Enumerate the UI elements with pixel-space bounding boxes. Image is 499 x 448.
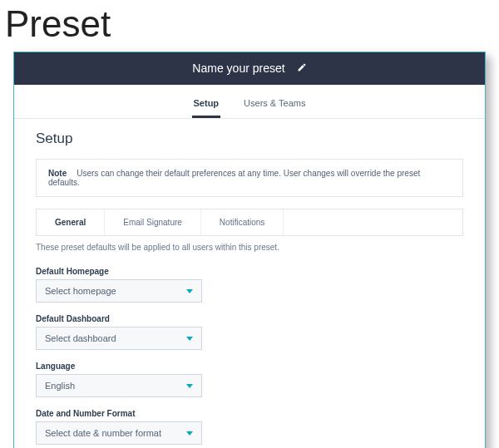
- chevron-down-icon: [186, 431, 193, 436]
- chevron-down-icon: [186, 337, 193, 341]
- note-label: Note: [48, 169, 67, 178]
- select-date-number-format[interactable]: Select date & number format: [36, 421, 202, 445]
- preset-card: Name your preset Setup Users & Teams Set…: [13, 52, 486, 448]
- preset-header: Name your preset: [14, 52, 485, 85]
- pencil-icon[interactable]: [297, 62, 307, 75]
- preset-name-label: Name your preset: [192, 62, 284, 75]
- inner-tab-notifications[interactable]: Notifications: [201, 209, 284, 235]
- select-value: English: [45, 381, 75, 391]
- tab-setup[interactable]: Setup: [192, 93, 221, 118]
- tab-users-teams[interactable]: Users & Teams: [242, 93, 307, 118]
- note-text: Users can change their default preferenc…: [48, 169, 420, 187]
- helper-text: These preset defaults will be applied to…: [36, 243, 463, 252]
- label-language: Language: [36, 362, 463, 371]
- field-language: Language English: [36, 362, 463, 397]
- top-tabs: Setup Users & Teams: [14, 85, 485, 119]
- select-value: Select homepage: [45, 286, 116, 296]
- section-title: Setup: [36, 130, 463, 147]
- select-default-dashboard[interactable]: Select dashboard: [36, 327, 202, 350]
- label-default-dashboard: Default Dashboard: [36, 314, 463, 323]
- page-title: Preset: [0, 0, 499, 52]
- label-date-number-format: Date and Number Format: [36, 409, 463, 418]
- field-default-dashboard: Default Dashboard Select dashboard: [36, 314, 463, 350]
- field-default-homepage: Default Homepage Select homepage: [36, 267, 463, 303]
- note-box: NoteUsers can change their default prefe…: [36, 159, 463, 197]
- inner-tab-general[interactable]: General: [37, 209, 105, 235]
- inner-tab-email-signature[interactable]: Email Signature: [105, 209, 201, 235]
- label-default-homepage: Default Homepage: [36, 267, 463, 276]
- card-body: Setup NoteUsers can change their default…: [14, 119, 485, 448]
- select-value: Select date & number format: [45, 428, 161, 438]
- select-default-homepage[interactable]: Select homepage: [36, 279, 202, 303]
- select-value: Select dashboard: [45, 333, 116, 343]
- field-date-number-format: Date and Number Format Select date & num…: [36, 409, 463, 445]
- select-language[interactable]: English: [36, 374, 202, 397]
- inner-tabs: General Email Signature Notifications: [36, 209, 463, 236]
- chevron-down-icon: [186, 289, 193, 293]
- chevron-down-icon: [186, 384, 193, 388]
